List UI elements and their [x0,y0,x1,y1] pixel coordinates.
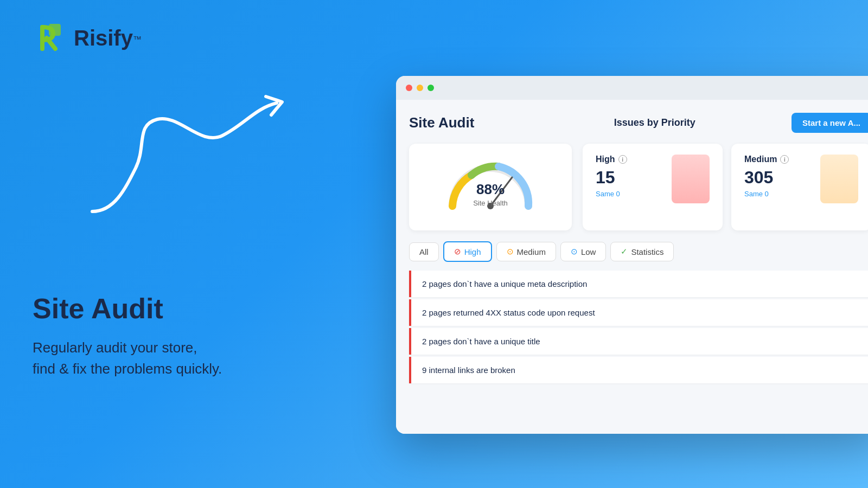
high-bar [672,155,710,203]
issue-item-2[interactable]: 2 pages don`t have a unique title [409,328,868,355]
medium-count: 305 [744,168,812,188]
left-panel: Risify™ Site Audit Regularly audit your … [0,0,304,488]
priority-card-high: High i 15 Same 0 [583,144,723,230]
browser-titlebar [396,76,868,100]
browser-window: Site Audit Issues by Priority Start a ne… [396,76,868,434]
issue-item-1[interactable]: 2 pages returned 4XX status code upon re… [409,299,868,326]
high-count: 15 [596,168,663,188]
medium-same: Same 0 [744,190,812,198]
minimize-dot[interactable] [417,85,423,91]
filter-tabs: All ⊘ High ⊙ Medium ⊙ Low ✓ Statistics [409,241,868,262]
gauge-container: 88% Site Health [442,155,539,214]
high-info-icon[interactable]: i [618,155,627,164]
priority-cards: High i 15 Same 0 Medium [583,144,868,230]
issue-item-0[interactable]: 2 pages don`t have a unique meta descrip… [409,271,868,297]
issue-list: 2 pages don`t have a unique meta descrip… [409,271,868,386]
start-new-button[interactable]: Start a new A... [792,113,868,133]
health-percent: 88% [473,181,508,198]
tab-low[interactable]: ⊙ Low [560,242,607,261]
hero-text: Site Audit Regularly audit your store, f… [33,293,222,380]
priority-medium-info: Medium i 305 Same 0 [744,155,812,198]
medium-info-icon[interactable]: i [780,155,789,164]
svg-rect-1 [49,24,61,36]
issues-priority-label: Issues by Priority [614,117,695,129]
health-label: Site Health [473,199,508,207]
audit-title: Site Audit [409,114,474,131]
high-tab-icon: ⊘ [454,247,461,256]
logo-area: Risify™ [33,22,271,54]
priority-high-info: High i 15 Same 0 [596,155,663,198]
metrics-row: 88% Site Health High i 15 [409,144,868,230]
tab-medium[interactable]: ⊙ Medium [496,242,556,261]
maximize-dot[interactable] [427,85,434,91]
priority-medium-title: Medium i [744,155,812,164]
brand-name: Risify™ [74,26,142,50]
issue-item-3[interactable]: 9 internal links are broken [409,357,868,383]
hero-title: Site Audit [33,293,222,324]
gauge-center-text: 88% Site Health [473,181,508,208]
priority-high-title: High i [596,155,663,164]
tab-all[interactable]: All [409,242,439,261]
statistics-tab-icon: ✓ [621,247,628,256]
low-tab-icon: ⊙ [571,247,578,256]
browser-content: Site Audit Issues by Priority Start a ne… [396,100,868,434]
arrow-illustration [81,92,288,244]
priority-card-medium: Medium i 305 Same 0 [731,144,868,230]
tab-high[interactable]: ⊘ High [443,241,492,262]
hero-subtitle: Regularly audit your store, find & fix t… [33,337,222,380]
logo-icon [33,22,65,54]
audit-header: Site Audit Issues by Priority Start a ne… [409,113,868,133]
health-card: 88% Site Health [409,144,572,230]
medium-bar [820,155,858,203]
tab-statistics[interactable]: ✓ Statistics [610,242,674,261]
close-dot[interactable] [406,85,412,91]
high-same: Same 0 [596,190,663,198]
medium-tab-icon: ⊙ [507,247,514,256]
